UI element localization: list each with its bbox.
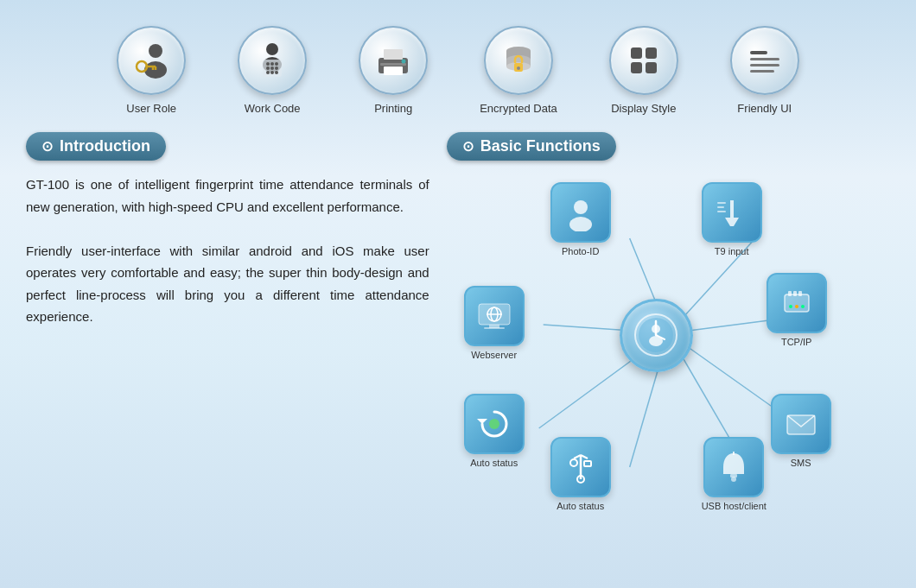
sms-label: SMS xyxy=(791,458,811,468)
hub-icon xyxy=(620,299,693,372)
icon-friendly-ui: Friendly UI xyxy=(730,26,799,115)
svg-rect-65 xyxy=(793,291,797,296)
friendly-ui-icon xyxy=(730,26,799,95)
intro-paragraph-1: GT-100 is one of intelligent fingerprint… xyxy=(26,174,429,218)
node-t9-input: T9 input xyxy=(702,182,762,256)
svg-point-13 xyxy=(270,66,274,70)
t9-input-icon xyxy=(702,182,762,243)
basic-functions-title: Basic Functions xyxy=(480,137,601,155)
svg-rect-21 xyxy=(380,63,406,66)
intro-chevron-icon: ⊙ xyxy=(41,138,53,155)
svg-rect-66 xyxy=(798,291,802,296)
svg-point-15 xyxy=(266,71,270,74)
svg-rect-31 xyxy=(646,47,657,59)
webserver-icon xyxy=(464,286,525,346)
svg-point-69 xyxy=(801,305,805,308)
svg-point-81 xyxy=(489,419,499,429)
svg-rect-36 xyxy=(750,64,779,66)
node-schedule-bell: USB host/client xyxy=(702,437,767,511)
svg-point-22 xyxy=(402,60,406,64)
photo-id-icon xyxy=(550,182,611,243)
schedule-bell-label: USB host/client xyxy=(702,501,767,511)
icon-display-style: Display Style xyxy=(609,26,678,115)
svg-point-29 xyxy=(517,66,520,70)
t9-input-label: T9 input xyxy=(715,246,749,256)
printing-icon xyxy=(359,26,428,95)
svg-point-50 xyxy=(652,325,660,333)
usb-label: Auto status xyxy=(557,501,604,511)
auto-status-icon xyxy=(464,394,525,454)
svg-point-14 xyxy=(275,66,278,70)
icon-encrypted-data: Encrypted Data xyxy=(480,26,557,115)
svg-rect-60 xyxy=(717,202,726,204)
user-role-icon xyxy=(117,26,186,95)
printing-label: Printing xyxy=(374,102,412,115)
schedule-bell-icon xyxy=(703,437,764,497)
svg-point-67 xyxy=(789,305,792,308)
svg-marker-80 xyxy=(477,419,487,424)
usb-icon xyxy=(550,437,611,497)
svg-point-0 xyxy=(149,44,162,58)
svg-rect-62 xyxy=(717,211,726,212)
introduction-header: ⊙ Introduction xyxy=(26,132,166,161)
tcp-ip-icon xyxy=(767,273,827,333)
svg-rect-61 xyxy=(717,206,724,208)
node-sms: SMS xyxy=(771,394,831,468)
center-hub xyxy=(620,299,693,372)
basic-functions-diagram: Webserver Photo-ID xyxy=(447,174,890,510)
svg-rect-34 xyxy=(750,51,767,54)
display-style-label: Display Style xyxy=(611,102,676,115)
right-panel: ⊙ Basic Functions xyxy=(447,132,890,510)
introduction-title: Introduction xyxy=(60,137,150,155)
left-panel: ⊙ Introduction GT-100 is one of intellig… xyxy=(26,132,429,510)
introduction-text: GT-100 is one of intelligent fingerprint… xyxy=(26,174,429,328)
svg-rect-32 xyxy=(631,62,642,73)
svg-point-17 xyxy=(275,71,278,74)
node-usb: Auto status xyxy=(550,437,611,511)
top-icons-row: User Role Work Code xyxy=(0,0,916,123)
main-content: ⊙ Introduction GT-100 is one of intellig… xyxy=(0,123,916,519)
svg-point-72 xyxy=(731,477,736,482)
svg-point-9 xyxy=(266,62,270,66)
svg-point-6 xyxy=(266,43,278,55)
svg-point-51 xyxy=(649,336,663,346)
webserver-label: Webserver xyxy=(471,350,517,360)
work-code-label: Work Code xyxy=(245,102,301,115)
node-webserver: Webserver xyxy=(464,286,525,360)
svg-point-68 xyxy=(795,305,798,308)
photo-id-label: Photo-ID xyxy=(562,246,599,256)
node-auto-status: Webserver Auto status xyxy=(464,394,525,468)
icon-user-role: User Role xyxy=(117,26,186,115)
svg-rect-33 xyxy=(646,62,657,73)
svg-rect-37 xyxy=(750,70,774,73)
work-code-icon xyxy=(238,26,307,95)
svg-point-77 xyxy=(570,459,577,466)
node-photo-id: Photo-ID xyxy=(550,182,611,256)
icon-printing: Printing xyxy=(359,26,428,115)
auto-status-label-vis: Auto status xyxy=(470,458,518,468)
intro-paragraph-2: Friendly user-interface with similar and… xyxy=(26,240,429,328)
svg-rect-78 xyxy=(584,461,591,466)
display-style-icon xyxy=(609,26,678,95)
node-tcp-ip: TCP/IP xyxy=(767,273,827,347)
svg-rect-19 xyxy=(384,49,403,60)
basic-functions-header: ⊙ Basic Functions xyxy=(447,132,616,161)
svg-rect-63 xyxy=(785,294,809,312)
svg-rect-57 xyxy=(484,327,505,329)
encrypted-data-icon xyxy=(484,26,553,95)
user-role-label: User Role xyxy=(126,102,176,115)
encrypted-data-label: Encrypted Data xyxy=(480,102,557,115)
svg-rect-35 xyxy=(750,58,779,60)
svg-rect-30 xyxy=(631,47,642,59)
svg-point-16 xyxy=(270,71,274,74)
svg-rect-64 xyxy=(788,291,792,296)
friendly-ui-label: Friendly UI xyxy=(737,102,792,115)
svg-point-12 xyxy=(266,66,270,70)
tcp-ip-label: TCP/IP xyxy=(781,337,811,347)
sms-icon xyxy=(771,394,831,454)
basic-chevron-icon: ⊙ xyxy=(462,138,474,155)
svg-point-58 xyxy=(574,200,588,214)
icon-work-code: Work Code xyxy=(238,26,307,115)
svg-rect-20 xyxy=(384,66,403,75)
svg-point-59 xyxy=(569,217,592,231)
